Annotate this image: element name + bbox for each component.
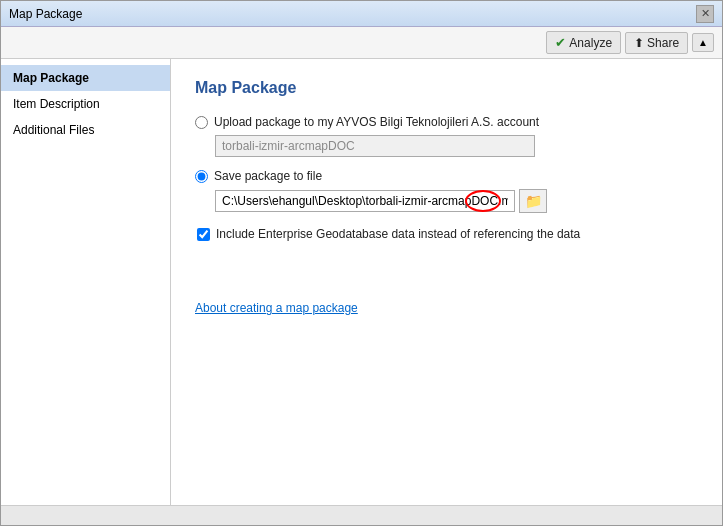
- content-area: Map Package Upload package to my AYVOS B…: [171, 59, 722, 505]
- checkbox-row: Include Enterprise Geodatabase data inst…: [197, 227, 698, 241]
- save-option-label: Save package to file: [214, 169, 322, 183]
- sidebar-item-additional-files-label: Additional Files: [13, 123, 94, 137]
- upload-option-row: Upload package to my AYVOS Bilgi Teknolo…: [195, 115, 698, 129]
- chevron-up-icon: ▲: [698, 37, 708, 48]
- file-path-row: 📁: [215, 189, 698, 213]
- share-label: Share: [647, 36, 679, 50]
- sidebar-item-item-description[interactable]: Item Description: [1, 91, 170, 117]
- analyze-label: Analyze: [569, 36, 612, 50]
- toolbar: ✔ Analyze ⬆ Share ▲: [1, 27, 722, 59]
- share-icon: ⬆: [634, 36, 644, 50]
- page-title: Map Package: [195, 79, 698, 97]
- sidebar-item-map-package-label: Map Package: [13, 71, 89, 85]
- enterprise-checkbox[interactable]: [197, 228, 210, 241]
- main-content: Map Package Item Description Additional …: [1, 59, 722, 505]
- share-button[interactable]: ⬆ Share: [625, 32, 688, 54]
- file-path-wrapper: [215, 190, 515, 212]
- status-bar: [1, 505, 722, 525]
- sidebar-item-map-package[interactable]: Map Package: [1, 65, 170, 91]
- save-path-input[interactable]: [215, 190, 515, 212]
- upload-option-label: Upload package to my AYVOS Bilgi Teknolo…: [214, 115, 539, 129]
- save-radio[interactable]: [195, 170, 208, 183]
- app-window: Map Package ✕ ✔ Analyze ⬆ Share ▲ Map Pa…: [0, 0, 723, 526]
- title-bar: Map Package ✕: [1, 1, 722, 27]
- folder-icon: 📁: [525, 193, 542, 209]
- close-button[interactable]: ✕: [696, 5, 714, 23]
- check-icon: ✔: [555, 35, 566, 50]
- about-link[interactable]: About creating a map package: [195, 301, 358, 315]
- analyze-button[interactable]: ✔ Analyze: [546, 31, 621, 54]
- browse-button[interactable]: 📁: [519, 189, 547, 213]
- window-title: Map Package: [9, 7, 82, 21]
- upload-radio[interactable]: [195, 116, 208, 129]
- save-option-row: Save package to file: [195, 169, 698, 183]
- sidebar-item-additional-files[interactable]: Additional Files: [1, 117, 170, 143]
- sidebar-item-item-description-label: Item Description: [13, 97, 100, 111]
- chevron-button[interactable]: ▲: [692, 33, 714, 52]
- sidebar: Map Package Item Description Additional …: [1, 59, 171, 505]
- upload-input[interactable]: [215, 135, 535, 157]
- enterprise-checkbox-label: Include Enterprise Geodatabase data inst…: [216, 227, 580, 241]
